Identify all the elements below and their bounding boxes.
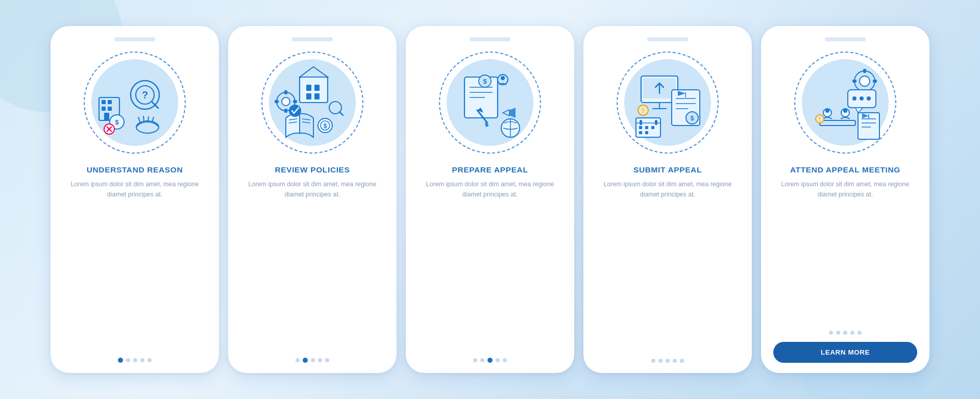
- svg-point-15: [136, 121, 159, 133]
- card-2-title: REVIEW POLICIES: [275, 165, 350, 174]
- svg-marker-89: [855, 108, 863, 113]
- dot: [325, 358, 329, 362]
- svg-line-18: [148, 116, 149, 121]
- svg-rect-25: [314, 93, 320, 99]
- dot: [673, 359, 677, 363]
- card-prepare-appeal: $ PREPARE APPEAL Lorem ipsum dolor s: [406, 26, 574, 373]
- illustration-prepare: $: [434, 46, 546, 159]
- card-review-policies: $ REVIEW POLICIES Lorem ipsum dolor sit …: [228, 26, 397, 373]
- learn-more-button[interactable]: LEARN MORE: [773, 342, 917, 363]
- dot: [296, 358, 300, 362]
- dot: [480, 358, 484, 362]
- svg-text:$: $: [115, 118, 119, 126]
- dot-active: [487, 358, 493, 363]
- svg-rect-1: [102, 100, 106, 104]
- illustration-attend: !: [789, 46, 901, 159]
- svg-point-32: [282, 97, 290, 106]
- svg-marker-55: [503, 110, 509, 116]
- dot: [843, 331, 847, 335]
- svg-point-90: [852, 96, 856, 101]
- illustration-understand: $ ?: [79, 46, 191, 159]
- illustration-review: $: [256, 46, 369, 159]
- dot: [318, 358, 322, 362]
- svg-rect-3: [102, 107, 106, 111]
- card-1-body: Lorem ipsum dolor sit dim amet, mea regi…: [63, 180, 207, 199]
- card-submit-appeal: ! $: [583, 26, 752, 373]
- card-5-dots: [829, 323, 862, 335]
- svg-point-97: [843, 109, 847, 113]
- review-policies-icon: $: [272, 62, 353, 143]
- svg-rect-24: [306, 93, 311, 99]
- dot: [311, 358, 315, 362]
- svg-text:$: $: [483, 78, 487, 85]
- svg-rect-36: [293, 100, 297, 103]
- dot: [836, 331, 840, 335]
- dot: [850, 331, 854, 335]
- submit-appeal-icon: ! $: [627, 62, 708, 143]
- svg-point-92: [867, 96, 871, 101]
- svg-rect-22: [306, 85, 311, 91]
- svg-rect-20: [300, 77, 328, 103]
- phone-notch: [470, 37, 510, 41]
- dot-active: [118, 358, 123, 363]
- svg-rect-34: [284, 109, 287, 113]
- illustration-submit: ! $: [611, 46, 724, 159]
- svg-line-17: [143, 116, 144, 121]
- dot: [473, 358, 477, 362]
- svg-marker-21: [300, 67, 328, 77]
- phone-notch: [825, 37, 866, 41]
- svg-text:$: $: [691, 115, 694, 122]
- dot: [503, 358, 507, 362]
- dot: [133, 358, 137, 362]
- svg-rect-23: [314, 85, 320, 91]
- dot-active: [303, 358, 308, 363]
- dot: [651, 359, 655, 363]
- svg-rect-69: [639, 126, 642, 129]
- svg-rect-86: [852, 80, 856, 83]
- dot: [140, 358, 144, 362]
- svg-point-95: [825, 109, 829, 113]
- dot: [496, 358, 500, 362]
- card-3-dots: [473, 351, 507, 363]
- svg-rect-73: [645, 131, 648, 134]
- svg-text:?: ?: [142, 89, 148, 101]
- svg-point-50: [501, 76, 505, 80]
- svg-rect-2: [108, 100, 112, 104]
- dot: [666, 359, 670, 363]
- cards-container: $ ? UNDERSTAND REASON Lorem ipsum dol: [51, 26, 929, 373]
- svg-rect-68: [655, 120, 657, 125]
- svg-line-42: [339, 112, 343, 115]
- svg-rect-71: [651, 126, 654, 129]
- phone-notch: [647, 37, 688, 41]
- card-2-body: Lorem ipsum dolor sit dim amet, mea regi…: [240, 180, 384, 199]
- card-5-body: Lorem ipsum dolor sit dim amet, mea regi…: [773, 180, 917, 199]
- phone-notch: [114, 37, 155, 41]
- svg-rect-87: [873, 80, 877, 83]
- understand-reason-icon: $ ?: [94, 62, 176, 143]
- svg-rect-5: [104, 113, 109, 120]
- svg-point-91: [860, 96, 864, 101]
- card-1-title: UNDERSTAND REASON: [87, 165, 183, 174]
- svg-text:!: !: [642, 107, 644, 114]
- card-4-body: Lorem ipsum dolor sit dim amet, mea regi…: [596, 180, 740, 199]
- phone-notch: [292, 37, 333, 41]
- card-2-dots: [296, 351, 329, 363]
- dot: [829, 331, 833, 335]
- card-1-dots: [118, 351, 152, 363]
- svg-text:$: $: [324, 122, 327, 130]
- svg-point-37: [289, 105, 301, 117]
- card-4-dots: [651, 352, 684, 363]
- card-3-body: Lorem ipsum dolor sit dim amet, mea regi…: [418, 180, 562, 199]
- svg-rect-35: [275, 100, 279, 103]
- svg-rect-72: [639, 131, 642, 134]
- attend-appeal-meeting-icon: !: [804, 62, 886, 143]
- svg-rect-33: [284, 90, 287, 94]
- svg-point-83: [860, 76, 870, 86]
- card-understand-reason: $ ? UNDERSTAND REASON Lorem ipsum dol: [51, 26, 219, 373]
- dot: [148, 358, 152, 362]
- prepare-appeal-icon: $: [449, 62, 531, 143]
- svg-rect-67: [640, 120, 642, 125]
- svg-text:!: !: [819, 116, 820, 122]
- svg-line-16: [138, 117, 140, 122]
- dot: [857, 331, 862, 335]
